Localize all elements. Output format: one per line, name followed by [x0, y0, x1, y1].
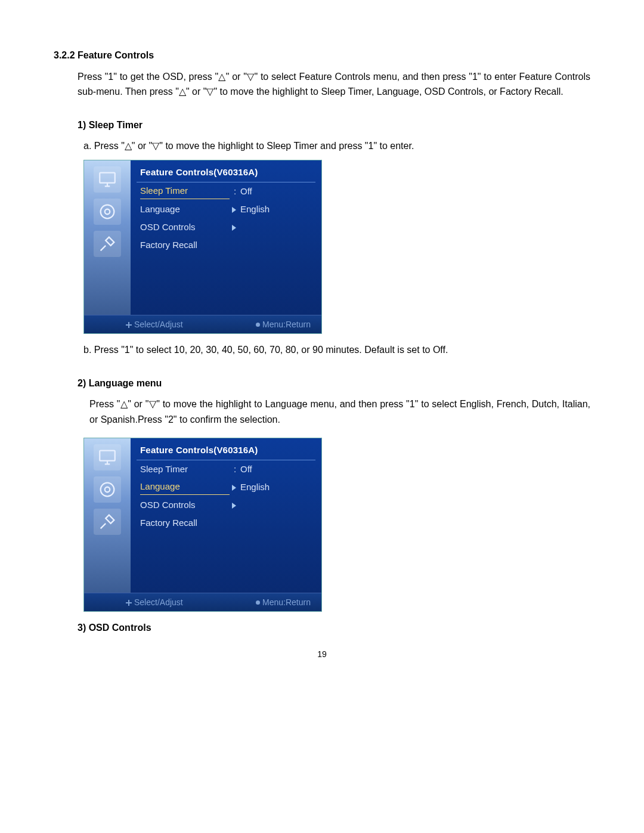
tools-icon [94, 509, 121, 535]
osd-value: Off [240, 184, 312, 199]
osd-row-language: Language English [137, 478, 315, 496]
arrow-right-icon [230, 480, 240, 494]
osd-footer-right: Menu:Return [256, 318, 311, 331]
crosshair-icon [126, 600, 132, 606]
osd-label: Language [140, 202, 230, 216]
dot-icon [256, 323, 260, 327]
osd-title: Feature Controls(V60316A) [137, 442, 315, 460]
osd-label: Language [140, 479, 230, 495]
section-number: 3.2.2 [54, 50, 75, 60]
osd-footer-right: Menu:Return [256, 596, 311, 609]
osd-label: OSD Controls [140, 498, 230, 512]
osd-top: Feature Controls(V60316A) Sleep Timer : … [84, 438, 321, 593]
osd-row-sleep-timer: Sleep Timer : Off [137, 182, 315, 200]
osd-screenshot-language: Feature Controls(V60316A) Sleep Timer : … [83, 438, 322, 612]
monitor-icon [94, 444, 121, 470]
crosshair-icon [126, 322, 132, 328]
osd-footer-left: Select/Adjust [126, 318, 183, 331]
arrow-right-icon [230, 202, 240, 216]
osd-separator: : [230, 462, 240, 476]
osd-footer: Select/Adjust Menu:Return [84, 315, 321, 333]
osd-value: English [240, 202, 312, 216]
svg-rect-3 [100, 451, 115, 461]
osd-value: English [240, 480, 312, 494]
osd-main: Feature Controls(V60316A) Sleep Timer : … [131, 160, 321, 315]
osd-title: Feature Controls(V60316A) [137, 164, 315, 182]
language-menu-para: Press "△" or "▽" to move the highlight t… [89, 397, 590, 427]
osd-controls-heading: 3) OSD Controls [78, 620, 590, 636]
osd-screenshot-sleep-timer: Feature Controls(V60316A) Sleep Timer : … [83, 160, 322, 334]
svg-point-2 [105, 209, 110, 215]
osd-label: Factory Recall [140, 238, 230, 252]
svg-point-4 [101, 483, 114, 497]
speaker-icon [94, 476, 121, 503]
osd-main: Feature Controls(V60316A) Sleep Timer : … [131, 438, 321, 593]
page-number: 19 [54, 648, 590, 661]
language-menu-heading: 2) Language menu [78, 376, 590, 391]
osd-label: Sleep Timer [140, 462, 230, 476]
osd-row-language: Language English [137, 200, 315, 218]
osd-value: Off [240, 462, 312, 476]
section-intro: Press "1" to get the OSD, press "△" or "… [78, 69, 590, 100]
tools-icon [94, 231, 121, 257]
osd-row-factory-recall: Factory Recall [137, 514, 315, 532]
osd-footer-right-text: Menu:Return [262, 320, 311, 329]
osd-label: OSD Controls [140, 220, 230, 234]
osd-row-factory-recall: Factory Recall [137, 236, 315, 254]
sleep-timer-step-b: b. Press "1" to select 10, 20, 30, 40, 5… [83, 342, 590, 358]
osd-label: Factory Recall [140, 516, 230, 530]
osd-row-sleep-timer: Sleep Timer : Off [137, 460, 315, 478]
osd-sidebar [84, 160, 131, 315]
section-title: Feature Controls [78, 50, 154, 60]
svg-point-5 [105, 487, 110, 493]
sleep-timer-heading: 1) Sleep Timer [78, 117, 590, 133]
speaker-icon [94, 199, 121, 225]
arrow-right-icon [230, 220, 240, 234]
osd-top: Feature Controls(V60316A) Sleep Timer : … [84, 160, 321, 315]
osd-row-osd-controls: OSD Controls [137, 496, 315, 514]
dot-icon [256, 600, 260, 605]
section-heading: 3.2.2 Feature Controls [54, 48, 590, 63]
osd-footer-left: Select/Adjust [126, 596, 183, 609]
osd-footer-left-text: Select/Adjust [134, 320, 183, 329]
osd-footer-left-text: Select/Adjust [134, 597, 183, 607]
svg-rect-0 [100, 173, 115, 183]
osd-sidebar [84, 438, 131, 593]
svg-point-1 [101, 205, 114, 219]
osd-footer: Select/Adjust Menu:Return [84, 593, 321, 611]
monitor-icon [94, 166, 121, 193]
osd-row-osd-controls: OSD Controls [137, 218, 315, 236]
osd-footer-right-text: Menu:Return [262, 597, 311, 607]
osd-separator: : [230, 184, 240, 199]
arrow-right-icon [230, 498, 240, 512]
osd-label: Sleep Timer [140, 184, 230, 199]
sleep-timer-step-a: a. Press "△" or "▽" to move the highligh… [83, 138, 590, 154]
